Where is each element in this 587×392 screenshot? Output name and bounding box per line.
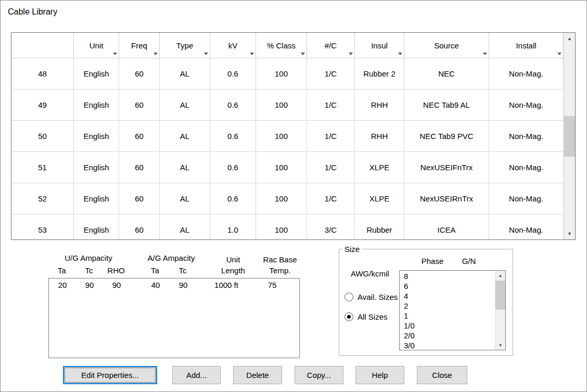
ampacity-list[interactable]: 20 90 90 40 90 1000 ft 75 bbox=[48, 278, 300, 358]
rac-base-line2: Temp. bbox=[263, 265, 297, 276]
scroll-down-icon[interactable]: ▼ bbox=[495, 340, 505, 350]
table-cell: AL bbox=[160, 58, 210, 89]
table-header-row: UnitFreqTypekV% Class#/CInsulSourceInsta… bbox=[11, 33, 564, 58]
table-row[interactable]: 50English60AL0.61001/CRHHNEC Tab9 PVCNon… bbox=[11, 121, 564, 152]
table-cell: English bbox=[74, 183, 119, 214]
table-cell: 0.6 bbox=[210, 121, 256, 151]
column-header-4[interactable]: kV bbox=[210, 33, 256, 58]
edit-properties-button[interactable]: Edit Properties... bbox=[63, 366, 157, 384]
column-header-3[interactable]: Type bbox=[160, 33, 210, 58]
column-header-0 bbox=[11, 33, 74, 58]
scrollbar-thumb[interactable] bbox=[564, 116, 575, 157]
size-list: 864211/02/03/0 bbox=[400, 271, 495, 350]
table-cell: Non-Mag. bbox=[489, 214, 564, 239]
size-listbox: 864211/02/03/0 ▲ ▼ bbox=[399, 270, 506, 350]
column-header-7[interactable]: Insul bbox=[355, 33, 404, 58]
table-cell: Non-Mag. bbox=[489, 58, 564, 89]
table-row[interactable]: 48English60AL0.61001/CRubber 2NECNon-Mag… bbox=[11, 58, 564, 90]
all-sizes-label: All Sizes bbox=[358, 312, 388, 321]
table-cell: AL bbox=[160, 152, 210, 183]
ag-tc-value: 90 bbox=[179, 281, 188, 289]
table-scrollbar[interactable]: ▲ ▼ bbox=[564, 33, 575, 239]
scroll-up-icon[interactable]: ▲ bbox=[495, 271, 505, 280]
size-list-item[interactable]: 1/0 bbox=[400, 321, 495, 331]
table-cell: AL bbox=[160, 214, 210, 239]
close-button[interactable]: Close bbox=[417, 366, 467, 384]
table-cell: AL bbox=[160, 183, 210, 214]
size-list-item[interactable]: 2/0 bbox=[400, 331, 495, 340]
avail-sizes-radio[interactable]: Avail. Sizes bbox=[344, 293, 398, 301]
radio-unchecked-icon bbox=[344, 293, 353, 301]
table-cell: XLPE bbox=[355, 152, 404, 183]
table-cell: English bbox=[74, 90, 119, 120]
table-cell: 50 bbox=[11, 121, 74, 151]
table-cell: RHH bbox=[355, 121, 404, 151]
help-button[interactable]: Help bbox=[355, 366, 404, 384]
table-cell: Non-Mag. bbox=[489, 90, 564, 120]
size-group: Size Phase G/N AWG/kcmil Avail. Sizes Al… bbox=[339, 249, 513, 356]
scrollbar-thumb[interactable] bbox=[495, 281, 505, 310]
size-list-item[interactable]: 1 bbox=[400, 311, 495, 321]
ug-tc-value: 90 bbox=[85, 281, 94, 289]
gn-label: G/N bbox=[462, 257, 476, 265]
ug-rho-value: 90 bbox=[112, 281, 121, 289]
radio-checked-icon bbox=[344, 312, 353, 321]
table-cell: XLPE bbox=[355, 183, 404, 214]
table-cell: 60 bbox=[119, 121, 160, 151]
column-header-5[interactable]: % Class bbox=[256, 33, 307, 58]
copy-button[interactable]: Copy... bbox=[295, 366, 343, 384]
size-list-item[interactable]: 3/0 bbox=[400, 340, 495, 350]
table-cell: English bbox=[74, 214, 119, 239]
table-cell: 51 bbox=[11, 152, 74, 183]
table-cell: 1/C bbox=[307, 58, 355, 89]
unit-length-header: Unit Length bbox=[221, 254, 245, 276]
table-cell: 1/C bbox=[307, 183, 355, 214]
table-cell: 49 bbox=[11, 90, 74, 120]
table-cell: 1.0 bbox=[210, 214, 256, 239]
table-row[interactable]: 51English60AL0.61001/CXLPENexUSEIFnTrxNo… bbox=[11, 152, 564, 183]
table-cell: NexUSEIRnTrx bbox=[404, 183, 489, 214]
table-row[interactable]: 53English60AL1.01003/CRubberICEANon-Mag. bbox=[11, 214, 564, 239]
rac-base-temp-header: Rac Base Temp. bbox=[263, 254, 297, 276]
all-sizes-radio[interactable]: All Sizes bbox=[344, 312, 388, 321]
window-title: Cable Library bbox=[8, 7, 57, 17]
column-header-6[interactable]: #/C bbox=[307, 33, 355, 58]
ug-rho-header: RHO bbox=[107, 266, 124, 275]
column-header-9[interactable]: Install bbox=[489, 33, 564, 58]
table-cell: 60 bbox=[119, 90, 160, 120]
table-row[interactable]: 49English60AL0.61001/CRHHNEC Tab9 ALNon-… bbox=[11, 90, 564, 121]
delete-button[interactable]: Delete bbox=[233, 366, 282, 384]
table-cell: NEC Tab9 AL bbox=[404, 90, 489, 120]
table-cell: 3/C bbox=[307, 214, 355, 239]
table-cell: 100 bbox=[256, 183, 307, 214]
size-list-item[interactable]: 8 bbox=[400, 271, 495, 281]
size-list-item[interactable]: 2 bbox=[400, 301, 495, 311]
table-cell: NexUSEIFnTrx bbox=[404, 152, 489, 183]
table-cell: AL bbox=[160, 90, 210, 120]
column-header-8[interactable]: Source bbox=[404, 33, 489, 58]
table-cell: 1/C bbox=[307, 152, 355, 183]
table-cell: English bbox=[74, 121, 119, 151]
table-cell: 100 bbox=[256, 152, 307, 183]
ug-ampacity-header: U/G Ampacity bbox=[65, 254, 112, 262]
phase-label: Phase bbox=[422, 257, 444, 265]
rac-base-line1: Rac Base bbox=[263, 254, 297, 265]
scroll-down-icon[interactable]: ▼ bbox=[564, 228, 575, 239]
table-cell: 53 bbox=[11, 214, 74, 239]
table-cell: NEC Tab9 PVC bbox=[404, 121, 489, 151]
size-group-label: Size bbox=[342, 245, 362, 254]
avail-sizes-label: Avail. Sizes bbox=[358, 293, 398, 301]
column-header-2[interactable]: Freq bbox=[119, 33, 160, 58]
ag-ta-header: Ta bbox=[151, 266, 159, 275]
size-scrollbar[interactable]: ▲ ▼ bbox=[495, 271, 505, 350]
column-header-1[interactable]: Unit bbox=[74, 33, 119, 58]
awg-kcmil-label: AWG/kcmil bbox=[351, 269, 389, 278]
scroll-up-icon[interactable]: ▲ bbox=[564, 33, 575, 44]
table-cell: RHH bbox=[355, 90, 404, 120]
table-row[interactable]: 52English60AL0.61001/CXLPENexUSEIRnTrxNo… bbox=[11, 183, 564, 214]
size-list-item[interactable]: 6 bbox=[400, 281, 495, 291]
table-cell: NEC bbox=[404, 58, 489, 89]
table-cell: 52 bbox=[11, 183, 74, 214]
add-button[interactable]: Add... bbox=[172, 366, 221, 384]
size-list-item[interactable]: 4 bbox=[400, 291, 495, 301]
